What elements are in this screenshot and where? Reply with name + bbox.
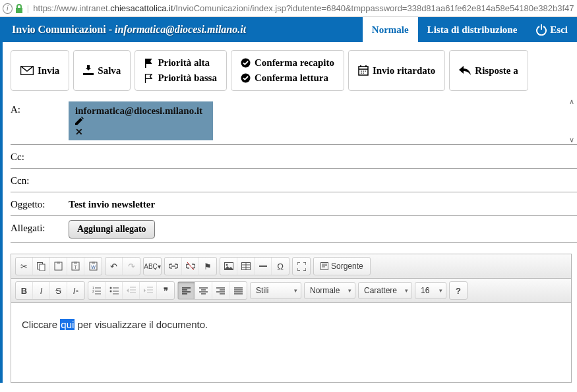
remove-chip-icon[interactable]: ✕ [75,126,206,138]
body-text-after: per visualizzare il documento. [75,319,208,330]
numberlist-icon[interactable]: 12 [88,282,106,299]
svg-point-21 [109,291,111,293]
italic-icon[interactable]: I [33,282,50,299]
lock-icon [15,4,23,13]
cut-icon[interactable]: ✂ [16,258,33,275]
undo-icon[interactable]: ↶ [106,258,123,275]
confirm-delivery-button[interactable]: Conferma recapito [241,57,334,69]
strike-icon[interactable]: S [50,282,67,299]
to-value[interactable]: informatica@diocesi.milano.it ✕ [69,101,213,140]
paste-icon[interactable] [50,258,67,275]
body-text-before: Cliccare [22,319,60,330]
confirm-read-button[interactable]: Conferma lettura [241,72,334,84]
bold-icon[interactable]: B [16,282,33,299]
subject-input[interactable]: Test invio newsletter [69,196,577,210]
paste-text-icon[interactable]: T [67,258,84,275]
tab-esci[interactable]: Esci [526,17,577,42]
app-user: informatica@diocesi.milano.it [115,24,246,35]
reply-icon [459,66,471,75]
svg-point-20 [109,287,111,289]
priority-group: Priorità alta Priorità bassa [135,50,227,91]
url-path: /InvioComunicazioni/index.jsp?idutente=6… [173,3,574,13]
tab-lista-distribuzione[interactable]: Lista di distribuzione [418,17,527,42]
align-right-icon[interactable] [212,282,229,299]
url-text[interactable]: https://www.intranet.chiesacattolica.it/… [33,3,574,13]
align-left-icon[interactable] [178,282,195,299]
style-select[interactable]: Stili [250,282,301,299]
outdent-icon[interactable] [123,282,140,299]
svg-rect-17 [321,263,328,270]
cc-row[interactable]: Cc: [11,145,577,169]
save-label: Salva [98,65,121,76]
help-icon[interactable]: ? [450,282,467,299]
link-icon[interactable] [165,258,182,275]
copy-icon[interactable] [33,258,50,275]
svg-rect-9 [74,262,77,264]
flag-outline-icon [144,74,154,83]
table-icon[interactable] [237,258,255,275]
image-icon[interactable] [220,258,237,275]
redo-icon[interactable]: ↷ [123,258,140,275]
calendar-icon [358,65,369,76]
add-attachment-button[interactable]: Aggiungi allegato [69,220,155,238]
align-justify-icon[interactable] [229,282,247,299]
editor-body[interactable]: Cliccare qui per visualizzare il documen… [11,303,571,382]
indent-icon[interactable] [140,282,157,299]
recipient-chip[interactable]: informatica@diocesi.milano.it ✕ [69,101,213,140]
hr-icon[interactable] [255,258,272,275]
spellcheck-icon[interactable]: ABÇ▾ [144,258,161,275]
maximize-icon[interactable] [293,258,310,275]
specialchar-icon[interactable]: Ω [272,258,289,275]
editor-toolbar-row-2: B I S I× 12 ❞ Stili Normale Carattere [11,279,571,303]
ccn-row[interactable]: Ccn: [11,169,577,192]
attachments-row: Allegati: Aggiungi allegato [11,216,577,243]
svg-text:T: T [74,265,77,269]
priority-low-button[interactable]: Priorità bassa [144,72,217,84]
size-select[interactable]: 16 [415,282,446,299]
scroll-up-icon[interactable]: ∧ [569,98,574,106]
tab-normale[interactable]: Normale [363,17,418,42]
separator: | [27,3,29,13]
svg-rect-5 [40,264,45,271]
blockquote-icon[interactable]: ❞ [157,282,174,299]
body-link-highlight[interactable]: qui [60,319,75,330]
attachments-label: Allegati: [11,220,69,234]
unlink-icon[interactable] [182,258,199,275]
priority-high-button[interactable]: Priorità alta [144,57,217,69]
download-icon [83,65,94,76]
reply-to-button[interactable]: Risposte a [449,50,528,91]
header-tabs: Normale Lista di distribuzione Esci [363,17,577,42]
save-button[interactable]: Salva [73,50,131,91]
font-select[interactable]: Carattere [358,282,412,299]
format-select[interactable]: Normale [304,282,355,299]
bulletlist-icon[interactable] [106,282,123,299]
compose-fields: A: informatica@diocesi.milano.it ✕ ∧∨ Cc… [11,98,577,243]
confirm-group: Conferma recapito Conferma lettura [231,50,344,91]
send-button[interactable]: Invia [11,50,69,91]
tab-esci-label: Esci [550,24,568,36]
exit-icon [535,24,547,36]
browser-address-bar: i | https://www.intranet.chiesacattolica… [0,0,577,17]
flag-solid-icon [144,59,154,68]
pencil-icon[interactable] [75,117,206,125]
source-button[interactable]: Sorgente [314,258,370,275]
cc-label: Cc: [11,149,69,163]
delayed-send-button[interactable]: Invio ritardato [348,50,445,91]
paste-word-icon[interactable]: W [84,258,102,275]
align-center-icon[interactable] [195,282,212,299]
info-icon: i [3,3,13,14]
check-circle-icon [241,58,251,68]
anchor-icon[interactable]: ⚑ [199,258,216,275]
app-header: Invio Comunicazioni - informatica@dioces… [0,17,577,42]
svg-rect-7 [57,262,60,264]
recipient-email: informatica@diocesi.milano.it [75,105,202,116]
svg-text:W: W [91,265,96,269]
check-circle-icon [241,73,251,83]
envelope-icon [20,66,34,75]
removeformat-icon[interactable]: I× [67,282,84,299]
scroll-down-icon[interactable]: ∨ [569,136,574,144]
to-scrollbar[interactable]: ∧∨ [569,98,574,144]
svg-text:2: 2 [92,289,94,293]
subject-row: Oggetto: Test invio newsletter [11,192,577,216]
rich-editor: ✂ T W ↶ ↷ ABÇ▾ ⚑ Ω [11,254,572,383]
